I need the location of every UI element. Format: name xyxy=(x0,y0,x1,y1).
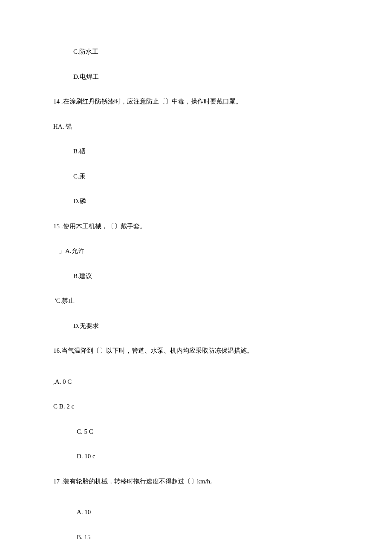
q15-option-b: B.建议 xyxy=(53,271,392,281)
q14-option-d: D.磷 xyxy=(53,196,392,206)
q17-text: 17 .装有轮胎的机械，转移时拖行速度不得超过〔〕km/h。 xyxy=(53,477,392,486)
q13-option-c: C.防水工 xyxy=(53,47,392,57)
q14-text: 14 .在涂刷红丹防锈漆时，应注意防止〔〕中毒，操作时要戴口罩。 xyxy=(53,97,392,106)
q16-option-c: C. 5 C xyxy=(53,427,392,437)
q17-option-b: B. 15 xyxy=(53,532,392,542)
q15-option-d: D.无要求 xyxy=(53,321,392,331)
q14-option-b: B.硒 xyxy=(53,147,392,156)
q16-option-d: D. 10 c xyxy=(53,451,392,461)
q17-option-a: A. 10 xyxy=(53,507,392,517)
q15-option-a: 」A.允许 xyxy=(53,246,392,256)
q13-option-d: D.电焊工 xyxy=(53,72,392,82)
q14-option-a: HA. 铅 xyxy=(53,122,392,132)
q14-option-c: C.汞 xyxy=(53,172,392,181)
q16-option-a: ,A. 0 C xyxy=(53,377,392,387)
q16-text: 16.当气温降到〔〕以下时，管道、水泵、机内均应采取防冻保温措施。 xyxy=(53,346,392,356)
q16-option-b: C B. 2 c xyxy=(53,402,392,411)
q15-text: 15 .使用木工机械，〔〕戴手套。 xyxy=(53,221,392,231)
q15-option-c: 'C.禁止 xyxy=(53,296,392,306)
